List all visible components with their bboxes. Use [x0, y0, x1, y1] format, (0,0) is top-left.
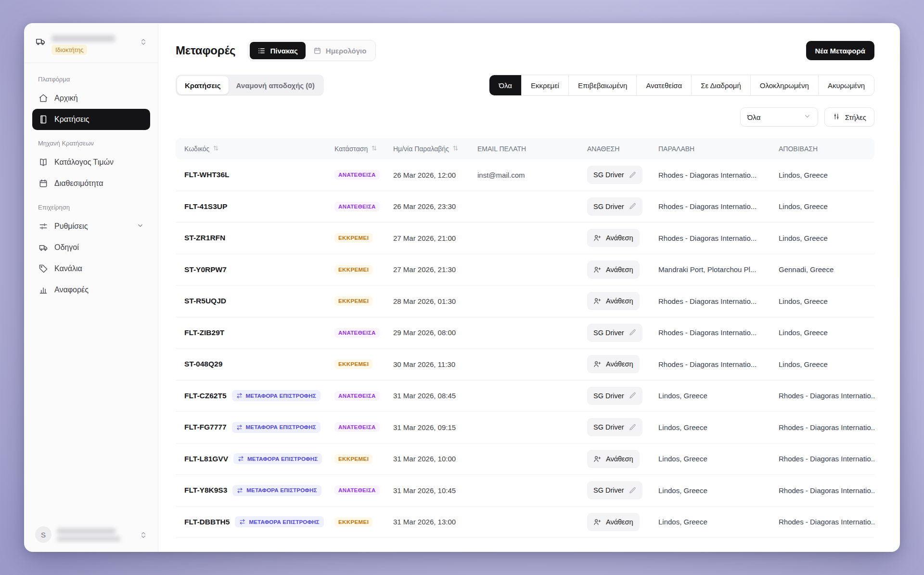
page-title: Μεταφορές	[176, 44, 235, 57]
sidebar-item-label: Διαθεσιμότητα	[54, 179, 103, 188]
view-toggle-table[interactable]: Πίνακας	[250, 42, 305, 59]
sidebar-item-label: Κρατήσεις	[54, 115, 90, 124]
sidebar-item-reports[interactable]: Αναφορές	[32, 279, 150, 301]
tab-pending-acceptance[interactable]: Αναμονή αποδοχής (0)	[229, 76, 322, 94]
pickup-datetime: 30 Mar 2026, 11:30	[393, 360, 477, 368]
table-row[interactable]: ST-Y0RPW7 ΕΚΚΡΕΜΕΙ 27 Mar 2026, 21:30 Αν…	[176, 254, 874, 286]
driver-button[interactable]: SG Driver	[587, 481, 642, 499]
app-window: Ιδιοκτήτης Πλατφόρμα Αρχική Κρατήσεις Μη…	[24, 23, 900, 552]
pickup-location: Lindos, Greece	[658, 455, 779, 463]
sidebar-item-label: Ρυθμίσεις	[54, 222, 88, 231]
status-badge: ΕΚΚΡΕΜΕΙ	[334, 296, 372, 306]
booking-code-cell: FLT-L81GVV ΜΕΤΑΦΟΡΑ ΕΠΙΣΤΡΟΦΗΣ	[184, 453, 334, 464]
section-booking-engine: Μηχανή Κρατήσεων	[32, 130, 150, 152]
assignment-cell: Ανάθεση	[587, 355, 658, 373]
pickup-location: Lindos, Greece	[658, 518, 779, 526]
assign-button[interactable]: Ανάθεση	[587, 513, 640, 531]
table-row[interactable]: ST-ZR1RFN ΕΚΚΡΕΜΕΙ 27 Mar 2026, 21:00 Αν…	[176, 222, 874, 254]
sidebar-item-availability[interactable]: Διαθεσιμότητα	[32, 173, 150, 194]
booking-code: FLT-CZ62T5	[184, 392, 227, 400]
filter-select[interactable]: Όλα	[740, 107, 818, 127]
user-menu[interactable]: S	[32, 523, 150, 544]
sidebar-item-price-catalog[interactable]: Κατάλογος Τιμών	[32, 152, 150, 173]
bar-chart-icon	[38, 285, 48, 295]
table-row[interactable]: FLT-DBBTH5 ΜΕΤΑΦΟΡΑ ΕΠΙΣΤΡΟΦΗΣ ΕΚΚΡΕΜΕΙ …	[176, 507, 874, 538]
driver-button[interactable]: SG Driver	[587, 197, 642, 216]
assign-button[interactable]: Ανάθεση	[587, 292, 640, 310]
view-toggle-calendar[interactable]: Ημερολόγιο	[306, 42, 374, 59]
tab-bookings[interactable]: Κρατήσεις	[177, 76, 229, 94]
arrows-right-left-icon	[236, 424, 243, 431]
sidebar-item-channels[interactable]: Κανάλια	[32, 258, 150, 279]
pickup-location: Rhodes - Diagoras Internatio...	[658, 171, 779, 179]
table-row[interactable]: ST-048Q29 ΕΚΚΡΕΜΕΙ 30 Mar 2026, 11:30 Αν…	[176, 349, 874, 380]
sidebar-item-drivers[interactable]: Οδηγοί	[32, 237, 150, 258]
booking-code-cell: ST-Y0RPW7	[184, 265, 334, 274]
assignment-cell: SG Driver	[587, 418, 658, 436]
section-platform: Πλατφόρμα	[32, 66, 150, 88]
booking-code-cell: FLT-FG7777 ΜΕΤΑΦΟΡΑ ΕΠΙΣΤΡΟΦΗΣ	[184, 422, 334, 433]
table-row[interactable]: ST-R5UQJD ΕΚΚΡΕΜΕΙ 28 Mar 2026, 01:30 Αν…	[176, 286, 874, 317]
table-row[interactable]: FLT-L81GVV ΜΕΤΑΦΟΡΑ ΕΠΙΣΤΡΟΦΗΣ ΕΚΚΡΕΜΕΙ …	[176, 444, 874, 475]
new-transfer-button[interactable]: Νέα Μεταφορά	[806, 41, 875, 60]
sidebar-item-label: Κατάλογος Τιμών	[54, 158, 114, 167]
assignment-cell: SG Driver	[587, 481, 658, 499]
chevrons-up-down-icon[interactable]	[140, 38, 147, 48]
column-header-status[interactable]: Κατάσταση	[334, 145, 393, 153]
table-row[interactable]: FLT-ZIB29T ΑΝΑΤΕΘΕΙΣΑ 29 Mar 2026, 08:00…	[176, 317, 874, 349]
filter-completed[interactable]: Ολοκληρωμένη	[750, 75, 818, 95]
filter-confirmed[interactable]: Επιβεβαιωμένη	[568, 75, 637, 95]
driver-button[interactable]: SG Driver	[587, 418, 642, 436]
pickup-datetime: 26 Mar 2026, 23:30	[393, 202, 477, 210]
pickup-datetime: 27 Mar 2026, 21:00	[393, 234, 477, 242]
sidebar: Ιδιοκτήτης Πλατφόρμα Αρχική Κρατήσεις Μη…	[25, 24, 158, 551]
table-body: FLT-WHT36L ΑΝΑΤΕΘΕΙΣΑ 26 Mar 2026, 12:00…	[176, 159, 874, 538]
dropoff-location: Lindos, Greece	[779, 297, 874, 305]
columns-button[interactable]: Στήλες	[824, 107, 874, 127]
assign-button[interactable]: Ανάθεση	[587, 261, 640, 279]
sidebar-divider	[25, 63, 158, 63]
table-row[interactable]: FLT-FG7777 ΜΕΤΑΦΟΡΑ ΕΠΙΣΤΡΟΦΗΣ ΑΝΑΤΕΘΕΙΣ…	[176, 412, 874, 444]
sidebar-item-home[interactable]: Αρχική	[32, 88, 150, 109]
home-icon	[38, 93, 48, 103]
calendar-icon	[313, 47, 321, 55]
assign-button[interactable]: Ανάθεση	[587, 450, 640, 468]
assign-button[interactable]: Ανάθεση	[587, 229, 640, 247]
filter-en-route[interactable]: Σε Διαδρομή	[691, 75, 750, 95]
driver-button[interactable]: SG Driver	[587, 166, 642, 184]
table-row[interactable]: FLT-WHT36L ΑΝΑΤΕΘΕΙΣΑ 26 Mar 2026, 12:00…	[176, 159, 874, 191]
sidebar-item-bookings[interactable]: Κρατήσεις	[32, 109, 150, 130]
column-header-pickup-date[interactable]: Ημ/νία Παραλαβής	[393, 145, 477, 153]
booking-code: FLT-Y8K9S3	[184, 486, 227, 495]
table-row[interactable]: FLT-CZ62T5 ΜΕΤΑΦΟΡΑ ΕΠΙΣΤΡΟΦΗΣ ΑΝΑΤΕΘΕΙΣ…	[176, 380, 874, 412]
booking-code-cell: FLT-CZ62T5 ΜΕΤΑΦΟΡΑ ΕΠΙΣΤΡΟΦΗΣ	[184, 390, 334, 401]
booking-code: ST-Y0RPW7	[184, 265, 227, 274]
table-row[interactable]: FLT-41S3UP ΑΝΑΤΕΘΕΙΣΑ 26 Mar 2026, 23:30…	[176, 191, 874, 223]
section-business: Επιχείρηση	[32, 194, 150, 216]
user-plus-icon	[593, 234, 601, 242]
chevrons-up-down-icon[interactable]	[140, 531, 147, 541]
booking-code-cell: FLT-41S3UP	[184, 202, 334, 211]
filter-assigned[interactable]: Ανατεθείσα	[636, 75, 691, 95]
status-badge: ΕΚΚΡΕΜΕΙ	[334, 233, 372, 243]
filter-all[interactable]: Όλα	[489, 75, 521, 95]
column-header-pickup: ΠΑΡΑΛΑΒΗ	[658, 145, 779, 153]
booking-code: ST-048Q29	[184, 360, 222, 368]
column-header-code[interactable]: Κωδικός	[184, 145, 334, 153]
driver-button[interactable]: SG Driver	[587, 324, 642, 342]
booking-code-cell: ST-R5UQJD	[184, 297, 334, 305]
filter-cancelled[interactable]: Ακυρωμένη	[818, 75, 874, 95]
arrows-right-left-icon	[239, 519, 245, 525]
table-row[interactable]: FLT-Y8K9S3 ΜΕΤΑΦΟΡΑ ΕΠΙΣΤΡΟΦΗΣ ΑΝΑΤΕΘΕΙΣ…	[176, 475, 874, 507]
sidebar-item-settings[interactable]: Ρυθμίσεις	[32, 216, 150, 237]
pencil-icon	[629, 329, 636, 336]
dropoff-location: Lindos, Greece	[779, 171, 874, 179]
dropoff-location: Rhodes - Diagoras Internatio...	[779, 518, 874, 526]
filter-pending[interactable]: Εκκρεμεί	[521, 75, 568, 95]
arrows-right-left-icon	[236, 392, 243, 399]
assign-button[interactable]: Ανάθεση	[587, 355, 640, 373]
sliders-vertical-icon	[833, 113, 840, 122]
org-switcher[interactable]: Ιδιοκτήτης	[32, 32, 150, 63]
driver-button[interactable]: SG Driver	[587, 387, 642, 405]
user-plus-icon	[593, 266, 601, 274]
